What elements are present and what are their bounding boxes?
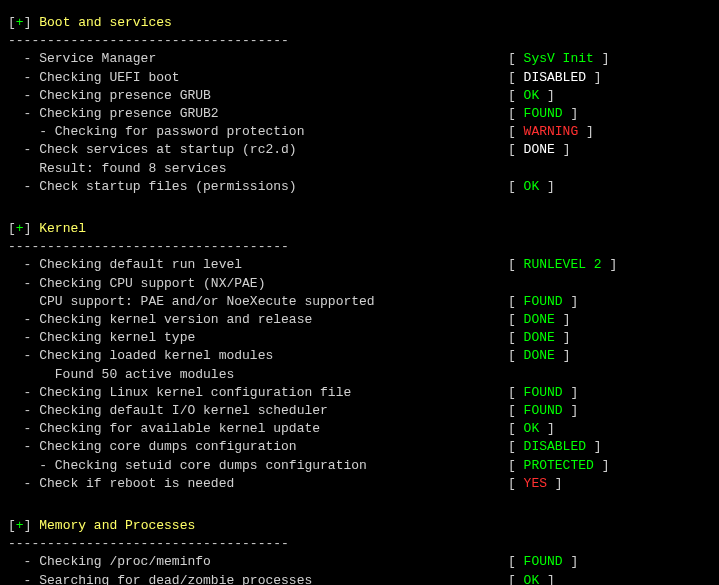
status-value: SysV Init	[524, 51, 594, 66]
check-status: [ OK ]	[508, 572, 555, 585]
check-status: [ DISABLED ]	[508, 438, 602, 456]
bracket-open: [	[8, 221, 16, 236]
check-label: - Searching for dead/zombie processes	[8, 572, 508, 585]
check-label: - Checking /proc/meminfo	[8, 553, 508, 571]
check-label: CPU support: PAE and/or NoeXecute suppor…	[8, 293, 508, 311]
check-label: - Checking for password protection	[8, 123, 508, 141]
check-label: - Checking presence GRUB2	[8, 105, 508, 123]
bracket-open: [	[8, 15, 16, 30]
check-row: - Checking default I/O kernel scheduler …	[8, 402, 711, 420]
section-header: [+] Memory and Processes	[8, 517, 711, 535]
check-row: - Checking kernel version and release [ …	[8, 311, 711, 329]
check-status: [ OK ]	[508, 420, 555, 438]
plus-icon: +	[16, 518, 24, 533]
section-header: [+] Kernel	[8, 220, 711, 238]
check-label: - Checking Linux kernel configuration fi…	[8, 384, 508, 402]
check-row: CPU support: PAE and/or NoeXecute suppor…	[8, 293, 711, 311]
check-row: - Checking default run level [ RUNLEVEL …	[8, 256, 711, 274]
blank-line	[8, 493, 711, 511]
check-row: - Check startup files (permissions) [ OK…	[8, 178, 711, 196]
check-status: [ FOUND ]	[508, 402, 578, 420]
check-row: - Check services at startup (rc2.d) [ DO…	[8, 141, 711, 159]
check-row: Result: found 8 services	[8, 160, 711, 178]
status-value: DONE	[524, 348, 555, 363]
check-row: - Searching for dead/zombie processes [ …	[8, 572, 711, 585]
section-divider: ------------------------------------	[8, 535, 711, 553]
blank-line	[8, 196, 711, 214]
status-value: WARNING	[524, 124, 579, 139]
check-label: Found 50 active modules	[8, 366, 508, 384]
check-status: [ DONE ]	[508, 311, 570, 329]
check-status: [ DONE ]	[508, 329, 570, 347]
check-label: - Checking for available kernel update	[8, 420, 508, 438]
status-value: FOUND	[524, 294, 563, 309]
status-value: DONE	[524, 312, 555, 327]
section-title: Boot and services	[39, 15, 172, 30]
section-title: Memory and Processes	[39, 518, 195, 533]
section-header: [+] Boot and services	[8, 14, 711, 32]
check-label: - Check services at startup (rc2.d)	[8, 141, 508, 159]
check-label: - Checking kernel type	[8, 329, 508, 347]
check-status: [ OK ]	[508, 87, 555, 105]
check-status: [ FOUND ]	[508, 384, 578, 402]
plus-icon: +	[16, 221, 24, 236]
plus-icon: +	[16, 15, 24, 30]
check-row: - Checking presence GRUB [ OK ]	[8, 87, 711, 105]
status-value: DISABLED	[524, 439, 586, 454]
check-row: - Checking for available kernel update […	[8, 420, 711, 438]
check-row: - Check if reboot is needed [ YES ]	[8, 475, 711, 493]
bracket-close: ]	[24, 15, 40, 30]
check-label: - Service Manager	[8, 50, 508, 68]
status-value: FOUND	[524, 385, 563, 400]
check-row: Found 50 active modules	[8, 366, 711, 384]
status-value: RUNLEVEL 2	[524, 257, 602, 272]
status-value: YES	[524, 476, 547, 491]
check-row: - Checking setuid core dumps configurati…	[8, 457, 711, 475]
check-row: - Checking /proc/meminfo [ FOUND ]	[8, 553, 711, 571]
check-status: [ SysV Init ]	[508, 50, 609, 68]
status-value: OK	[524, 88, 540, 103]
check-status: [ WARNING ]	[508, 123, 594, 141]
status-value: OK	[524, 179, 540, 194]
check-label: - Checking CPU support (NX/PAE)	[8, 275, 508, 293]
section-title: Kernel	[39, 221, 86, 236]
bracket-open: [	[8, 518, 16, 533]
status-value: DISABLED	[524, 70, 586, 85]
check-status: [ FOUND ]	[508, 105, 578, 123]
check-label: - Checking default I/O kernel scheduler	[8, 402, 508, 420]
check-label: - Checking default run level	[8, 256, 508, 274]
check-label: - Checking setuid core dumps configurati…	[8, 457, 508, 475]
status-value: PROTECTED	[524, 458, 594, 473]
check-status: [ RUNLEVEL 2 ]	[508, 256, 617, 274]
status-value: FOUND	[524, 554, 563, 569]
check-row: - Checking kernel type [ DONE ]	[8, 329, 711, 347]
check-label: - Checking core dumps configuration	[8, 438, 508, 456]
check-row: - Checking presence GRUB2 [ FOUND ]	[8, 105, 711, 123]
status-value: OK	[524, 421, 540, 436]
status-value: FOUND	[524, 106, 563, 121]
check-label: - Checking loaded kernel modules	[8, 347, 508, 365]
status-value: DONE	[524, 330, 555, 345]
status-value: OK	[524, 573, 540, 585]
check-row: - Checking core dumps configuration [ DI…	[8, 438, 711, 456]
check-row: - Checking for password protection [ WAR…	[8, 123, 711, 141]
status-value: DONE	[524, 142, 555, 157]
check-status: [ DONE ]	[508, 141, 570, 159]
check-status: [ PROTECTED ]	[508, 457, 609, 475]
section-divider: ------------------------------------	[8, 238, 711, 256]
bracket-close: ]	[24, 518, 40, 533]
check-status: [ OK ]	[508, 178, 555, 196]
check-label: - Checking kernel version and release	[8, 311, 508, 329]
check-label: - Checking UEFI boot	[8, 69, 508, 87]
check-status: [ DISABLED ]	[508, 69, 602, 87]
check-row: - Checking loaded kernel modules [ DONE …	[8, 347, 711, 365]
check-row: - Checking UEFI boot [ DISABLED ]	[8, 69, 711, 87]
section-divider: ------------------------------------	[8, 32, 711, 50]
check-row: - Checking Linux kernel configuration fi…	[8, 384, 711, 402]
status-value: FOUND	[524, 403, 563, 418]
check-status: [ FOUND ]	[508, 553, 578, 571]
check-label: Result: found 8 services	[8, 160, 508, 178]
terminal-output: [+] Boot and services-------------------…	[8, 14, 711, 585]
check-status: [ YES ]	[508, 475, 563, 493]
check-row: - Checking CPU support (NX/PAE)	[8, 275, 711, 293]
